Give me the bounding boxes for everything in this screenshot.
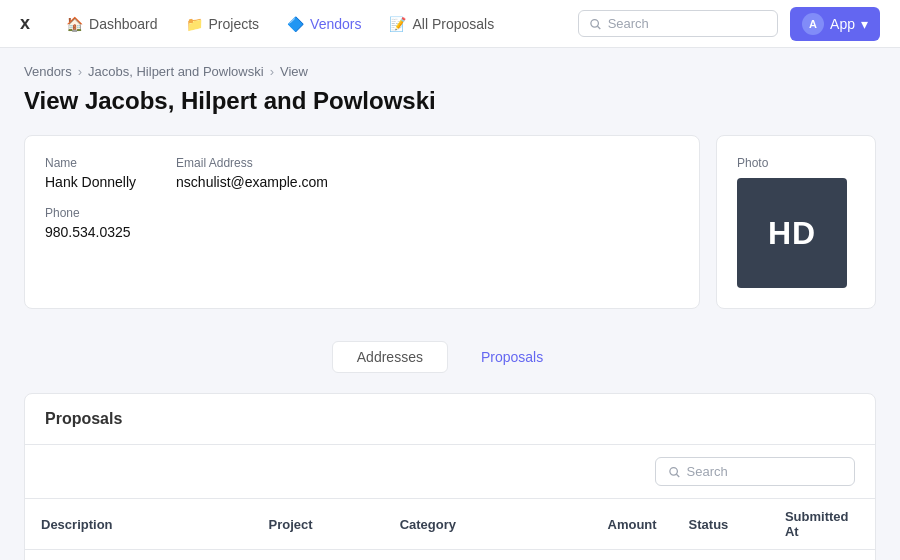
photo-initials: HD	[768, 215, 816, 252]
vendor-info-card: Name Hank Donnelly Phone 980.534.0325 Em…	[24, 135, 700, 309]
nav-projects[interactable]: 📁 Projects	[174, 10, 272, 38]
proposals-icon: 📝	[389, 16, 406, 32]
cell-category: Logistics and Supply Chain Management	[384, 550, 592, 561]
proposals-header: Proposals	[25, 394, 875, 445]
cell-description: Nihil sed sint nam tenetur omnis quaerat…	[25, 550, 253, 561]
vendor-contact-fields: Name Hank Donnelly Phone 980.534.0325	[45, 156, 136, 288]
svg-point-2	[670, 467, 678, 475]
cell-project: Cumque vel quia odio.	[253, 550, 384, 561]
svg-line-3	[676, 474, 679, 477]
tabs-row: Addresses Proposals	[0, 333, 900, 393]
cell-amount: $9,591	[592, 550, 673, 561]
vendor-email-fields: Email Address nschulist@example.com	[176, 156, 328, 288]
nav-dashboard-label: Dashboard	[89, 16, 158, 32]
col-project: Project	[253, 499, 384, 550]
breadcrumb: Vendors › Jacobs, Hilpert and Powlowski …	[0, 48, 900, 83]
vendors-icon: 🔷	[287, 16, 304, 32]
global-search-input[interactable]	[608, 16, 767, 31]
table-row: Nihil sed sint nam tenetur omnis quaerat…	[25, 550, 875, 561]
col-category: Category	[384, 499, 592, 550]
proposals-table: Description Project Category Amount Stat…	[25, 499, 875, 560]
vendor-photo-card: Photo HD	[716, 135, 876, 309]
breadcrumb-vendor-name[interactable]: Jacobs, Hilpert and Powlowski	[88, 64, 264, 79]
projects-icon: 📁	[186, 16, 203, 32]
breadcrumb-sep-2: ›	[270, 64, 274, 79]
app-button[interactable]: A App ▾	[790, 7, 880, 41]
proposals-search-input[interactable]	[687, 464, 842, 479]
global-search[interactable]	[578, 10, 778, 37]
nav-all-proposals[interactable]: 📝 All Proposals	[377, 10, 506, 38]
phone-value: 980.534.0325	[45, 224, 136, 240]
name-value: Hank Donnelly	[45, 174, 136, 190]
nav-projects-label: Projects	[209, 16, 260, 32]
col-amount: Amount	[592, 499, 673, 550]
phone-label: Phone	[45, 206, 136, 220]
col-description: Description	[25, 499, 253, 550]
card-row: Name Hank Donnelly Phone 980.534.0325 Em…	[0, 135, 900, 333]
col-status: Status	[673, 499, 769, 550]
tab-proposals[interactable]: Proposals	[456, 341, 568, 373]
app-button-label: App	[830, 16, 855, 32]
proposals-section: Proposals Description Project Category A…	[24, 393, 876, 560]
col-submitted: Submitted At	[769, 499, 875, 550]
breadcrumb-sep-1: ›	[78, 64, 82, 79]
breadcrumb-vendors[interactable]: Vendors	[24, 64, 72, 79]
email-value: nschulist@example.com	[176, 174, 328, 190]
name-label: Name	[45, 156, 136, 170]
app-logo: x	[20, 13, 30, 34]
proposals-search[interactable]	[655, 457, 855, 486]
table-header-row: Description Project Category Amount Stat…	[25, 499, 875, 550]
chevron-down-icon: ▾	[861, 16, 868, 32]
avatar: A	[802, 13, 824, 35]
nav-proposals-label: All Proposals	[412, 16, 494, 32]
search-icon	[589, 17, 602, 31]
tab-addresses[interactable]: Addresses	[332, 341, 448, 373]
email-label: Email Address	[176, 156, 328, 170]
vendor-photo: HD	[737, 178, 847, 288]
nav-right: A App ▾	[578, 7, 880, 41]
page-title: View Jacobs, Hilpert and Powlowski	[0, 83, 900, 135]
nav-vendors-label: Vendors	[310, 16, 361, 32]
nav-items: 🏠 Dashboard 📁 Projects 🔷 Vendors 📝 All P…	[54, 10, 578, 38]
svg-line-1	[598, 26, 601, 29]
proposals-toolbar	[25, 445, 875, 499]
home-icon: 🏠	[66, 16, 83, 32]
breadcrumb-current: View	[280, 64, 308, 79]
cell-status: Rejected	[673, 550, 769, 561]
svg-point-0	[591, 19, 599, 27]
search-icon	[668, 465, 681, 479]
cell-submitted: 2 weeks ago	[769, 550, 875, 561]
navbar: x 🏠 Dashboard 📁 Projects 🔷 Vendors 📝 All…	[0, 0, 900, 48]
nav-vendors[interactable]: 🔷 Vendors	[275, 10, 373, 38]
photo-label: Photo	[737, 156, 855, 170]
nav-dashboard[interactable]: 🏠 Dashboard	[54, 10, 170, 38]
